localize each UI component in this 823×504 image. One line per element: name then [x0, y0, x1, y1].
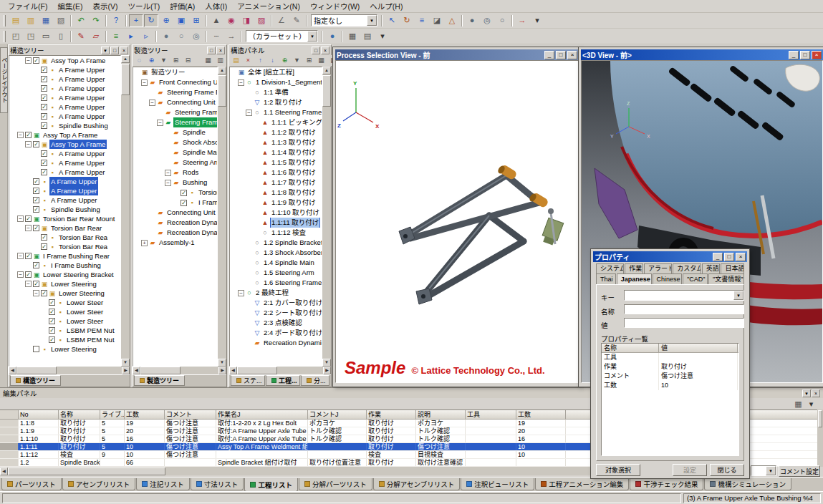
panel-float-icon[interactable]: □: [110, 47, 119, 54]
tree-item[interactable]: ✓▪Torsion Bar %1: [133, 188, 217, 198]
tree-checkbox[interactable]: ✓: [49, 299, 55, 306]
page-layout-side-tab[interactable]: ページレイアウト: [0, 47, 8, 113]
close-icon[interactable]: ×: [812, 51, 822, 59]
tree-checkbox[interactable]: ✓: [41, 76, 47, 82]
tab-disassembly[interactable]: 分...: [301, 375, 329, 386]
minimize-icon[interactable]: _: [544, 51, 554, 59]
tree-checkbox[interactable]: ✓: [41, 104, 47, 110]
tab-工程アニメーション編集[interactable]: 工程アニメーション編集: [535, 478, 629, 490]
maximize-icon[interactable]: □: [800, 51, 810, 59]
toolbar-grip[interactable]: [4, 31, 6, 42]
properties-tab-カスタム[interactable]: カスタム: [673, 263, 701, 273]
render-texture-button[interactable]: ▨: [254, 14, 269, 27]
tree-item[interactable]: −✓▣Assy Top A Frame: [9, 130, 120, 140]
chevron-down-icon[interactable]: ▾: [733, 291, 743, 300]
chevron-down-icon[interactable]: ▾: [766, 466, 776, 475]
scroll-thumb[interactable]: [121, 64, 130, 95]
tree-item[interactable]: −▰Connecting Unit Left: [133, 97, 217, 107]
tree-item[interactable]: ▰Recreation Dynamics S: [133, 218, 217, 228]
tree-expander[interactable]: −: [17, 215, 24, 222]
property-list[interactable]: 名称値 工具作業取り付けコメント傷つけ注意工数10: [601, 343, 739, 456]
chevron-down-icon[interactable]: ▾: [307, 31, 317, 42]
tree-expander[interactable]: −: [17, 253, 24, 259]
properties-tab-Thai[interactable]: Thai: [596, 273, 616, 284]
open-file-button[interactable]: ▥: [24, 14, 38, 27]
properties-tab-英語[interactable]: 英語: [702, 263, 721, 273]
tree-item[interactable]: ▰Steering Frame Base: [133, 87, 217, 97]
comment-combobox[interactable]: ▾: [751, 465, 776, 476]
new-document-button[interactable]: ▤: [9, 14, 23, 27]
property-column-名称[interactable]: 名称: [602, 344, 659, 352]
tree-item[interactable]: ▽2:2 シート取り付け: [230, 308, 322, 318]
scroll-thumb[interactable]: [140, 367, 181, 374]
tree-checkbox[interactable]: ✓: [33, 57, 39, 64]
scroll-right-icon[interactable]: ▶: [323, 367, 331, 374]
tree-item[interactable]: −✓▣Assy Top A Frame: [9, 140, 120, 149]
view-layout-button[interactable]: ◰: [9, 30, 23, 43]
minimize-icon[interactable]: _: [789, 51, 799, 59]
table-mode-button[interactable]: ▦: [792, 399, 804, 409]
tree-item[interactable]: ✓▪A Frame Upper: [9, 93, 120, 102]
tree-item[interactable]: ✓▪I Frame Bushing Re: [133, 198, 217, 208]
tree-checkbox[interactable]: ✓: [181, 190, 187, 196]
scroll-thumb[interactable]: [322, 75, 331, 107]
view-save-button[interactable]: ◳: [24, 30, 38, 43]
tab-分解パーツリスト[interactable]: 分解パーツリスト: [299, 478, 372, 490]
tree-expander[interactable]: −: [165, 170, 171, 176]
scroll-left-icon[interactable]: ◀: [133, 367, 140, 374]
toolbar-grip[interactable]: [4, 15, 6, 26]
render-shaded-button[interactable]: ◨: [239, 14, 254, 27]
grid-view-button[interactable]: ▦: [345, 30, 360, 43]
tree-checkbox[interactable]: ✓: [41, 113, 47, 120]
scroll-right-icon[interactable]: ▶: [122, 367, 130, 374]
tree-item[interactable]: ▪Lower Steering: [9, 344, 120, 354]
scroll-left-icon[interactable]: ◀: [9, 367, 16, 374]
rotate-view-button[interactable]: ↻: [144, 14, 158, 27]
page-vertical-button[interactable]: ▯: [54, 30, 68, 43]
scroll-thumb[interactable]: [8, 467, 165, 475]
tab-アセンブリリスト[interactable]: アセンブリリスト: [62, 478, 136, 490]
dashed-line-button[interactable]: ┄: [209, 30, 223, 43]
animation-play-button[interactable]: ▸: [124, 30, 138, 43]
menu-item-1[interactable]: ファイル(F): [3, 0, 52, 13]
tree-item[interactable]: ✓▪A Frame Upper: [9, 102, 120, 112]
tree-item[interactable]: +▰Assembly-1: [133, 238, 217, 248]
tree-checkbox[interactable]: ✓: [41, 150, 47, 157]
menu-item-2[interactable]: 編集(E): [52, 0, 87, 13]
property-row[interactable]: 工具: [602, 353, 738, 362]
tree-expander[interactable]: −: [17, 271, 24, 278]
tree-checkbox[interactable]: ✓: [25, 253, 32, 259]
filter-tree-button[interactable]: ▼: [158, 55, 170, 66]
help-button[interactable]: ?: [109, 14, 123, 27]
scroll-up-icon[interactable]: ▲: [218, 67, 226, 74]
tree-item[interactable]: −▰Rods: [133, 168, 217, 178]
delete-process-button[interactable]: ×: [242, 55, 254, 66]
key-combobox[interactable]: ▾: [624, 290, 744, 301]
tree-item[interactable]: ▽1:2 取り付け: [230, 97, 322, 107]
tree-item[interactable]: ○1.5 Steering Arm: [230, 268, 322, 278]
tree-expander[interactable]: −: [246, 110, 252, 116]
minimize-icon[interactable]: _: [713, 253, 723, 261]
horizontal-scrollbar[interactable]: ◀ ▶: [229, 367, 331, 374]
tree-item[interactable]: ✓▪A Frame Upper: [9, 65, 120, 74]
tree-item[interactable]: ▽2:1 カバー取り付け: [230, 298, 322, 308]
panel-menu-icon[interactable]: ▾: [101, 47, 110, 54]
tree-item[interactable]: ✓▪LSBM PEM Nut: [9, 335, 120, 344]
panel-header[interactable]: 構造ツリー ▾ □ ×: [9, 45, 130, 55]
tree-item[interactable]: ✓▪A Frame Upper: [9, 158, 120, 168]
tree-item[interactable]: ✓▪A Frame Upper: [9, 186, 120, 195]
scroll-down-icon[interactable]: ▼: [322, 359, 331, 367]
arrow-tool-button[interactable]: →: [515, 14, 529, 27]
tree-item[interactable]: ✓▪Torsion Bar Rea: [9, 233, 120, 242]
scroll-thumb[interactable]: [818, 410, 822, 427]
tab-干渉チェック結果[interactable]: 干渉チェック結果: [630, 478, 703, 490]
tab-structure-tree[interactable]: 構造ツリー: [10, 375, 61, 386]
panel-header[interactable]: 製造ツリー □ ×: [133, 45, 226, 55]
column-header-作業名J[interactable]: 作業名J: [216, 410, 308, 419]
tree-item[interactable]: ▲1.1:3 取り付け: [230, 137, 322, 147]
tab-パーツリスト[interactable]: パーツリスト: [1, 478, 62, 490]
tree-expander[interactable]: +: [141, 240, 148, 246]
name-input[interactable]: [624, 304, 744, 314]
tree-item[interactable]: ▰Recreation Dynamics S: [230, 338, 322, 348]
panel-menu-icon[interactable]: ▾: [802, 389, 811, 397]
